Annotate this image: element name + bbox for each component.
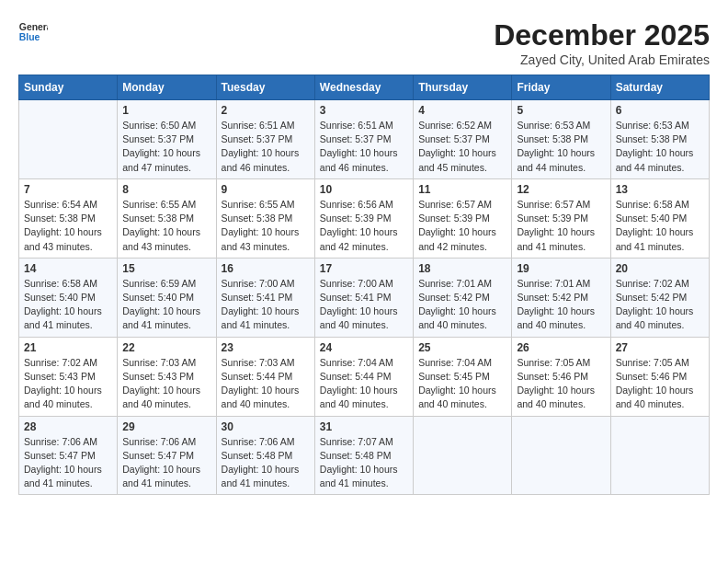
day-number: 7	[24, 183, 112, 196]
day-info: Sunrise: 7:06 AM Sunset: 5:47 PM Dayligh…	[122, 435, 210, 491]
day-number: 27	[616, 341, 704, 354]
day-number: 11	[418, 183, 506, 196]
week-row-4: 21Sunrise: 7:02 AM Sunset: 5:43 PM Dayli…	[19, 337, 710, 416]
day-info: Sunrise: 6:56 AM Sunset: 5:39 PM Dayligh…	[320, 198, 408, 254]
days-header-row: SundayMondayTuesdayWednesdayThursdayFrid…	[19, 75, 710, 100]
header-friday: Friday	[512, 75, 610, 100]
day-number: 29	[122, 420, 210, 433]
day-info: Sunrise: 7:06 AM Sunset: 5:47 PM Dayligh…	[24, 435, 112, 491]
week-row-1: 1Sunrise: 6:50 AM Sunset: 5:37 PM Daylig…	[19, 100, 710, 179]
calendar-cell-w2-d4: 10Sunrise: 6:56 AM Sunset: 5:39 PM Dayli…	[314, 178, 413, 258]
day-info: Sunrise: 7:07 AM Sunset: 5:48 PM Dayligh…	[320, 435, 408, 491]
day-number: 26	[517, 341, 605, 354]
day-info: Sunrise: 6:59 AM Sunset: 5:40 PM Dayligh…	[122, 277, 210, 333]
day-number: 10	[320, 183, 408, 196]
calendar-cell-w5-d4: 31Sunrise: 7:07 AM Sunset: 5:48 PM Dayli…	[314, 416, 413, 495]
day-number: 13	[616, 183, 704, 196]
calendar-cell-w2-d3: 9Sunrise: 6:55 AM Sunset: 5:38 PM Daylig…	[216, 178, 314, 258]
day-number: 9	[222, 183, 310, 196]
day-info: Sunrise: 6:55 AM Sunset: 5:38 PM Dayligh…	[122, 198, 210, 254]
calendar-cell-w1-d5: 4Sunrise: 6:52 AM Sunset: 5:37 PM Daylig…	[414, 100, 512, 179]
day-number: 4	[418, 104, 506, 117]
calendar-cell-w4-d3: 23Sunrise: 7:03 AM Sunset: 5:44 PM Dayli…	[216, 337, 314, 416]
calendar-cell-w3-d3: 16Sunrise: 7:00 AM Sunset: 5:41 PM Dayli…	[216, 258, 314, 337]
day-number: 6	[616, 104, 704, 117]
calendar-cell-w1-d2: 1Sunrise: 6:50 AM Sunset: 5:37 PM Daylig…	[118, 100, 216, 179]
week-row-5: 28Sunrise: 7:06 AM Sunset: 5:47 PM Dayli…	[19, 416, 710, 495]
header-sunday: Sunday	[19, 75, 118, 100]
week-row-2: 7Sunrise: 6:54 AM Sunset: 5:38 PM Daylig…	[19, 178, 710, 258]
day-info: Sunrise: 7:00 AM Sunset: 5:41 PM Dayligh…	[222, 277, 310, 333]
day-info: Sunrise: 7:05 AM Sunset: 5:46 PM Dayligh…	[517, 356, 605, 412]
day-info: Sunrise: 6:53 AM Sunset: 5:38 PM Dayligh…	[517, 119, 605, 175]
calendar-cell-w5-d2: 29Sunrise: 7:06 AM Sunset: 5:47 PM Dayli…	[118, 416, 216, 495]
day-info: Sunrise: 6:55 AM Sunset: 5:38 PM Dayligh…	[222, 198, 310, 254]
calendar-cell-w5-d3: 30Sunrise: 7:06 AM Sunset: 5:48 PM Dayli…	[216, 416, 314, 495]
calendar-cell-w5-d1: 28Sunrise: 7:06 AM Sunset: 5:47 PM Dayli…	[19, 416, 118, 495]
header-tuesday: Tuesday	[216, 75, 314, 100]
day-info: Sunrise: 7:03 AM Sunset: 5:43 PM Dayligh…	[122, 356, 210, 412]
logo-icon: General Blue	[18, 18, 48, 44]
day-info: Sunrise: 6:53 AM Sunset: 5:38 PM Dayligh…	[616, 119, 704, 175]
day-number: 22	[122, 341, 210, 354]
svg-text:General: General	[19, 22, 48, 32]
day-number: 30	[222, 420, 310, 433]
day-info: Sunrise: 6:52 AM Sunset: 5:37 PM Dayligh…	[418, 119, 506, 175]
calendar-cell-w4-d7: 27Sunrise: 7:05 AM Sunset: 5:46 PM Dayli…	[610, 337, 709, 416]
title-section: December 2025 Zayed City, United Arab Em…	[494, 18, 710, 67]
day-number: 17	[320, 262, 408, 275]
day-info: Sunrise: 7:05 AM Sunset: 5:46 PM Dayligh…	[616, 356, 704, 412]
day-number: 28	[24, 420, 112, 433]
page-header: General Blue December 2025 Zayed City, U…	[18, 18, 710, 67]
day-number: 23	[222, 341, 310, 354]
calendar-cell-w5-d7	[610, 416, 709, 495]
day-info: Sunrise: 7:06 AM Sunset: 5:48 PM Dayligh…	[222, 435, 310, 491]
day-number: 5	[517, 104, 605, 117]
day-info: Sunrise: 7:00 AM Sunset: 5:41 PM Dayligh…	[320, 277, 408, 333]
calendar-cell-w5-d6	[512, 416, 610, 495]
calendar-cell-w5-d5	[414, 416, 512, 495]
day-info: Sunrise: 7:03 AM Sunset: 5:44 PM Dayligh…	[222, 356, 310, 412]
day-info: Sunrise: 7:01 AM Sunset: 5:42 PM Dayligh…	[418, 277, 506, 333]
calendar-cell-w3-d5: 18Sunrise: 7:01 AM Sunset: 5:42 PM Dayli…	[414, 258, 512, 337]
day-number: 25	[418, 341, 506, 354]
day-number: 31	[320, 420, 408, 433]
day-info: Sunrise: 6:57 AM Sunset: 5:39 PM Dayligh…	[418, 198, 506, 254]
calendar-table: SundayMondayTuesdayWednesdayThursdayFrid…	[18, 75, 710, 495]
day-number: 12	[517, 183, 605, 196]
day-number: 3	[320, 104, 408, 117]
calendar-cell-w3-d7: 20Sunrise: 7:02 AM Sunset: 5:42 PM Dayli…	[610, 258, 709, 337]
day-info: Sunrise: 6:57 AM Sunset: 5:39 PM Dayligh…	[517, 198, 605, 254]
day-number: 1	[122, 104, 210, 117]
day-info: Sunrise: 6:51 AM Sunset: 5:37 PM Dayligh…	[320, 119, 408, 175]
calendar-cell-w2-d5: 11Sunrise: 6:57 AM Sunset: 5:39 PM Dayli…	[414, 178, 512, 258]
calendar-cell-w4-d4: 24Sunrise: 7:04 AM Sunset: 5:44 PM Dayli…	[314, 337, 413, 416]
day-info: Sunrise: 6:50 AM Sunset: 5:37 PM Dayligh…	[122, 119, 210, 175]
header-wednesday: Wednesday	[314, 75, 413, 100]
calendar-cell-w3-d2: 15Sunrise: 6:59 AM Sunset: 5:40 PM Dayli…	[118, 258, 216, 337]
calendar-cell-w4-d5: 25Sunrise: 7:04 AM Sunset: 5:45 PM Dayli…	[414, 337, 512, 416]
calendar-cell-w1-d7: 6Sunrise: 6:53 AM Sunset: 5:38 PM Daylig…	[610, 100, 709, 179]
header-thursday: Thursday	[414, 75, 512, 100]
logo: General Blue	[18, 18, 48, 44]
calendar-cell-w1-d3: 2Sunrise: 6:51 AM Sunset: 5:37 PM Daylig…	[216, 100, 314, 179]
day-number: 24	[320, 341, 408, 354]
day-number: 19	[517, 262, 605, 275]
calendar-cell-w2-d2: 8Sunrise: 6:55 AM Sunset: 5:38 PM Daylig…	[118, 178, 216, 258]
day-info: Sunrise: 6:54 AM Sunset: 5:38 PM Dayligh…	[24, 198, 112, 254]
day-number: 2	[222, 104, 310, 117]
day-info: Sunrise: 6:58 AM Sunset: 5:40 PM Dayligh…	[616, 198, 704, 254]
calendar-cell-w1-d6: 5Sunrise: 6:53 AM Sunset: 5:38 PM Daylig…	[512, 100, 610, 179]
calendar-cell-w4-d6: 26Sunrise: 7:05 AM Sunset: 5:46 PM Dayli…	[512, 337, 610, 416]
calendar-cell-w2-d6: 12Sunrise: 6:57 AM Sunset: 5:39 PM Dayli…	[512, 178, 610, 258]
svg-text:Blue: Blue	[19, 32, 40, 42]
day-info: Sunrise: 7:01 AM Sunset: 5:42 PM Dayligh…	[517, 277, 605, 333]
calendar-cell-w3-d1: 14Sunrise: 6:58 AM Sunset: 5:40 PM Dayli…	[19, 258, 118, 337]
day-number: 21	[24, 341, 112, 354]
day-number: 15	[122, 262, 210, 275]
day-number: 8	[122, 183, 210, 196]
day-info: Sunrise: 7:04 AM Sunset: 5:44 PM Dayligh…	[320, 356, 408, 412]
week-row-3: 14Sunrise: 6:58 AM Sunset: 5:40 PM Dayli…	[19, 258, 710, 337]
day-info: Sunrise: 6:51 AM Sunset: 5:37 PM Dayligh…	[222, 119, 310, 175]
day-number: 14	[24, 262, 112, 275]
